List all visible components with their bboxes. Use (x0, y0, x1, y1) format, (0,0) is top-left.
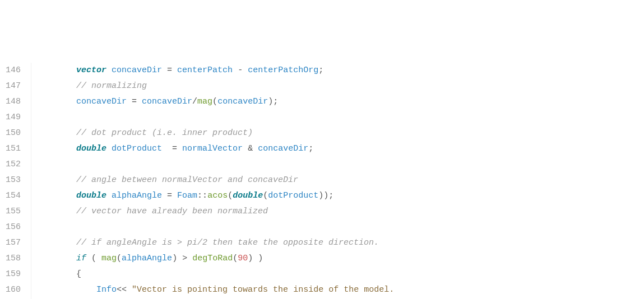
token-fn: mag (101, 254, 117, 263)
token-kw-type: double (233, 191, 263, 200)
line-number: 155 (6, 204, 21, 219)
code-line[interactable]: Info<< "Vector is pointing towards the i… (36, 282, 644, 298)
token-ident: normalVector (182, 144, 243, 153)
token-punct: ) (172, 254, 177, 263)
line-number-gutter: 1461471481491501511521531541551561571581… (0, 63, 31, 299)
code-line[interactable]: { (36, 267, 644, 282)
token-op: :: (197, 191, 207, 200)
line-number: 146 (6, 63, 21, 78)
token-op: - (233, 66, 248, 75)
token-punct: ( (233, 254, 238, 263)
indent (36, 285, 96, 295)
line-number: 147 (6, 78, 21, 94)
line-number: 150 (6, 125, 21, 141)
token-comment: // if angleAngle is > pi/2 then take the… (76, 238, 379, 247)
token-punct: ; (318, 66, 323, 75)
code-line[interactable]: double alphaAngle = Foam::acos(double(do… (36, 188, 644, 204)
indent (36, 254, 76, 263)
token-ident: dotProduct (268, 191, 318, 200)
token-ident: concaveDir (142, 97, 192, 106)
code-line[interactable]: // angle between normalVector and concav… (36, 172, 644, 188)
token-op: > (177, 254, 192, 263)
code-area[interactable]: vector concaveDir = centerPatch - center… (31, 63, 644, 299)
code-line[interactable]: // if angleAngle is > pi/2 then take the… (36, 235, 644, 251)
code-line[interactable]: concaveDir = concaveDir/mag(concaveDir); (36, 94, 644, 110)
token-comment: // normalizing (76, 81, 147, 91)
line-number: 157 (6, 235, 21, 251)
code-line[interactable] (36, 219, 644, 235)
token-op: = (127, 97, 142, 106)
token-punct: ( (91, 254, 101, 263)
code-line[interactable]: vector concaveDir = centerPatch - center… (36, 63, 644, 78)
code-line[interactable]: // dot product (i.e. inner product) (36, 125, 644, 141)
indent (36, 238, 76, 247)
token-ident: centerPatchOrg (248, 66, 318, 75)
token-num: 90 (238, 254, 248, 263)
indent (36, 66, 76, 75)
line-number: 149 (6, 110, 21, 125)
indent (36, 97, 76, 106)
token-punct: )); (318, 191, 333, 200)
indent (36, 128, 76, 138)
token-op: / (192, 97, 197, 106)
code-line[interactable] (36, 157, 644, 172)
line-number: 156 (6, 219, 21, 235)
token-ident: concaveDir (258, 144, 308, 153)
token-comment: // angle between normalVector and concav… (76, 175, 298, 185)
line-number: 159 (6, 267, 21, 282)
line-number: 154 (6, 188, 21, 204)
code-line[interactable] (36, 110, 644, 125)
token-kw-type: vector (76, 66, 106, 75)
line-number: 151 (6, 141, 21, 157)
token-ns: Foam (177, 191, 197, 200)
token-ident: centerPatch (177, 66, 233, 75)
indent (36, 144, 76, 153)
token-str: "Vector is pointing towards the inside o… (132, 285, 394, 295)
token-kw-ctrl: if (76, 254, 86, 263)
indent (36, 191, 76, 200)
code-editor[interactable]: 1461471481491501511521531541551561571581… (0, 63, 644, 299)
token-comment: // vector have already been normalized (76, 207, 268, 216)
line-number: 153 (6, 172, 21, 188)
token-ident: concaveDir (76, 97, 127, 106)
code-line[interactable]: if ( mag(alphaAngle) > degToRad(90) ) (36, 251, 644, 267)
token-ident: concaveDir (217, 97, 268, 106)
token-op (106, 144, 112, 153)
token-op: & (243, 144, 258, 153)
indent (36, 81, 76, 91)
token-fn: acos (207, 191, 228, 200)
code-line[interactable]: double dotProduct = normalVector & conca… (36, 141, 644, 157)
token-ident: dotProduct (112, 144, 162, 153)
token-op (106, 66, 112, 75)
token-ident: alphaAngle (112, 191, 162, 200)
token-op (106, 191, 112, 200)
line-number: 160 (6, 282, 21, 298)
token-kw-type: double (76, 144, 106, 153)
token-op: << (117, 285, 132, 295)
indent (36, 175, 76, 185)
token-punct: ( (228, 191, 233, 200)
token-punct: { (76, 269, 81, 279)
token-ident: concaveDir (112, 66, 162, 75)
token-punct: ( (212, 97, 217, 106)
token-punct: ; (308, 144, 313, 153)
token-fn: mag (197, 97, 212, 106)
token-op: = (162, 191, 177, 200)
line-number: 148 (6, 94, 21, 110)
token-punct: ( (263, 191, 268, 200)
token-op: = (162, 66, 177, 75)
indent (36, 269, 76, 279)
token-op: = (162, 144, 182, 153)
token-punct: ( (117, 254, 122, 263)
line-number: 158 (6, 251, 21, 267)
token-comment: // dot product (i.e. inner product) (76, 128, 253, 138)
token-fn: degToRad (192, 254, 233, 263)
token-op (86, 254, 91, 263)
token-ident: Info (96, 285, 117, 295)
token-ident: alphaAngle (122, 254, 172, 263)
indent (36, 207, 76, 216)
code-line[interactable]: // normalizing (36, 78, 644, 94)
code-line[interactable]: // vector have already been normalized (36, 204, 644, 219)
token-kw-type: double (76, 191, 106, 200)
token-punct: ); (268, 97, 278, 106)
